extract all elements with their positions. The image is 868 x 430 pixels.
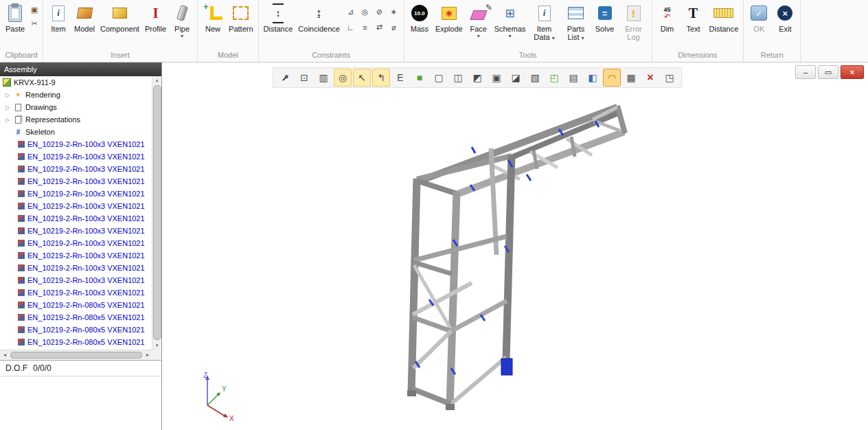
box-display-icon[interactable]: ▣ (488, 69, 505, 87)
chevron-down-icon[interactable]: ▾ (181, 33, 183, 39)
tree-vertical-scrollbar[interactable]: ▴ ▾ (152, 76, 161, 350)
constraint-distance-button[interactable]: ↕ Distance (261, 1, 296, 49)
application-window: Paste ▣ ✂ Clipboard i Item Model (0, 0, 868, 430)
tree-part-item[interactable]: EN_10219-2-Rn-100x3 VXEN1021 (0, 212, 152, 225)
snap-vertex-icon[interactable]: ↖ (353, 69, 371, 87)
ok-button[interactable]: ✓ OK (746, 1, 772, 49)
select-element-icon[interactable]: E (391, 69, 409, 87)
insert-model-button[interactable]: Model (71, 1, 98, 49)
tangent-constraint-icon[interactable]: ⊘ (373, 5, 386, 19)
tree-part-item[interactable]: EN_10219-2-Rn-080x5 VXEN1021 (0, 324, 152, 336)
model-new-button[interactable]: New (200, 1, 226, 49)
expand-arrow-icon[interactable]: ▷ (4, 117, 11, 123)
insert-pipe-button[interactable]: Pipe ▾ (169, 1, 195, 49)
chevron-down-icon[interactable]: ▾ (552, 35, 555, 41)
insert-profile-button[interactable]: I Profile (142, 1, 169, 49)
concentric-constraint-icon[interactable]: ◎ (358, 5, 372, 19)
snap-edge-icon[interactable]: ↰ (372, 69, 390, 87)
mass-button[interactable]: 10.0 Mass (407, 1, 433, 49)
tree-part-item[interactable]: EN_10219-2-Rn-100x3 VXEN1021 (0, 175, 152, 188)
maximize-button[interactable]: ▭ (818, 65, 838, 79)
iso-view-icon[interactable]: ◰ (545, 69, 563, 87)
section-view-icon[interactable]: ▧ (526, 69, 544, 87)
tree-part-item[interactable]: EN_10219-2-Rn-100x3 VXEN1021 (0, 262, 152, 274)
cut-button[interactable]: ✂ (28, 18, 41, 30)
horizontal-scroll-thumb[interactable] (10, 352, 142, 359)
diameter-constraint-icon[interactable]: ø (387, 21, 400, 34)
perpendicular-constraint-icon[interactable]: ∟ (344, 21, 357, 34)
pin-icon[interactable]: ⊸ (276, 69, 294, 87)
tree-item-rendering[interactable]: ▷ ☀ Rendering (0, 89, 152, 101)
exit-button[interactable]: × Exit (772, 1, 798, 49)
shaded-view-icon[interactable]: ■ (411, 69, 429, 87)
scroll-down-icon[interactable]: ▾ (152, 341, 161, 350)
copy-image-icon[interactable]: ◧ (584, 69, 602, 87)
tree-part-item[interactable]: EN_10219-2-Rn-080x5 VXEN1021 (0, 311, 152, 324)
insert-component-button[interactable]: Component (98, 1, 142, 49)
hidden-line-view-icon[interactable]: ◫ (449, 69, 467, 87)
error-log-button[interactable]: ! Error Log (618, 1, 650, 49)
chevron-down-icon[interactable]: ▾ (509, 33, 512, 39)
expand-arrow-icon[interactable]: ▷ (4, 104, 11, 111)
snap-center-icon[interactable]: ◎ (334, 69, 352, 87)
shaded-edges-view-icon[interactable]: ◩ (468, 69, 486, 87)
zoom-box-icon[interactable]: ⊡ (295, 69, 313, 87)
insert-item-button[interactable]: i Item (45, 1, 71, 49)
schemas-button[interactable]: ⊞ Schemas ▾ (492, 1, 529, 49)
symmetry-constraint-icon[interactable]: ∗ (387, 5, 400, 19)
item-icon: i (52, 5, 65, 21)
tree-part-item[interactable]: EN_10219-2-Rn-100x3 VXEN1021 (0, 237, 152, 249)
parallel-constraint-icon[interactable]: ≡ (358, 21, 372, 34)
face-button[interactable]: Face ▾ (466, 1, 492, 49)
tree-part-item[interactable]: EN_10219-2-Rn-100x3 VXEN1021 (0, 163, 152, 175)
tree-part-item[interactable]: EN_10219-2-Rn-100x3 VXEN1021 (0, 150, 152, 163)
tree-item-drawings[interactable]: ▷ Drawings (0, 101, 152, 113)
tree-part-item[interactable]: EN_10219-2-Rn-100x3 VXEN1021 (0, 274, 152, 286)
dim-distance-button[interactable]: Distance (707, 1, 742, 49)
tree-part-item[interactable]: EN_10219-2-Rn-080x5 VXEN1021 (0, 336, 152, 348)
tree-part-item[interactable]: EN_10219-2-Rn-100x3 VXEN1021 (0, 138, 152, 150)
text-button[interactable]: T Text (681, 1, 707, 49)
vertical-scroll-thumb[interactable] (153, 85, 161, 340)
tree-horizontal-scrollbar[interactable]: ◂ ▸ (0, 350, 152, 360)
minimize-button[interactable]: – (795, 65, 816, 79)
chevron-down-icon[interactable]: ▾ (582, 35, 584, 41)
tree-item-skeleton[interactable]: # Skeleton (0, 126, 152, 138)
tree-item-representations[interactable]: ▷ Representations (0, 113, 152, 126)
explode-button[interactable]: ∗ Explode (433, 1, 466, 49)
model-pattern-button[interactable]: Pattern (226, 1, 255, 49)
export-icon[interactable]: ◳ (661, 69, 678, 87)
close-button[interactable]: × (841, 65, 864, 79)
scroll-up-icon[interactable]: ▴ (152, 76, 161, 84)
angle-constraint-icon[interactable]: ⊿ (344, 5, 357, 19)
feature-list-icon[interactable]: ▤ (564, 69, 582, 87)
dim-button[interactable]: 45 ↶ Dim (654, 1, 681, 49)
paste-button[interactable]: Paste (2, 1, 28, 49)
tree-part-item[interactable]: EN_10219-2-Rn-100x3 VXEN1021 (0, 286, 152, 299)
delete-icon[interactable]: × (641, 69, 659, 87)
tree-part-item[interactable]: EN_10219-2-Rn-100x3 VXEN1021 (0, 249, 152, 262)
tree-root-item[interactable]: KRVX-911-9 (0, 76, 152, 89)
model-3d[interactable] (389, 93, 637, 413)
copy-button[interactable]: ▣ (28, 4, 41, 16)
scroll-left-icon[interactable]: ◂ (0, 350, 10, 360)
tree-part-item[interactable]: EN_10219-2-Rn-100x3 VXEN1021 (0, 200, 152, 212)
viewport-3d[interactable]: ⊸⊡▥◎↖↰E■▢◫◩▣◪▧◰▤◧◠▦×◳ – ▭ × (163, 63, 868, 430)
scroll-right-icon[interactable]: ▸ (143, 350, 152, 360)
chevron-down-icon[interactable]: ▾ (477, 33, 480, 39)
surface-mode-icon[interactable]: ◠ (603, 69, 621, 87)
solve-button[interactable]: = Solve (592, 1, 618, 49)
half-section-view-icon[interactable]: ◪ (507, 69, 525, 87)
assembly-panel: Assembly KRVX-911-9 ▷ ☀ Rendering ▷ Draw… (0, 63, 162, 430)
tree-part-item[interactable]: EN_10219-2-Rn-080x5 VXEN1021 (0, 299, 152, 311)
measure-icon[interactable]: ▥ (315, 69, 332, 87)
expand-arrow-icon[interactable]: ▷ (4, 92, 11, 98)
align-constraint-icon[interactable]: ⇄ (373, 21, 386, 34)
tree-part-item[interactable]: EN_10219-2-Rn-100x3 VXEN1021 (0, 188, 152, 200)
parts-list-button[interactable]: Parts List ▾ (560, 1, 592, 49)
print-icon[interactable]: ▦ (622, 69, 640, 87)
wireframe-view-icon[interactable]: ▢ (430, 69, 448, 87)
constraint-coincidence-button[interactable]: ↨ Coincidence (295, 1, 343, 49)
item-data-button[interactable]: i Item Data ▾ (529, 1, 560, 49)
tree-part-item[interactable]: EN_10219-2-Rn-100x3 VXEN1021 (0, 225, 152, 237)
